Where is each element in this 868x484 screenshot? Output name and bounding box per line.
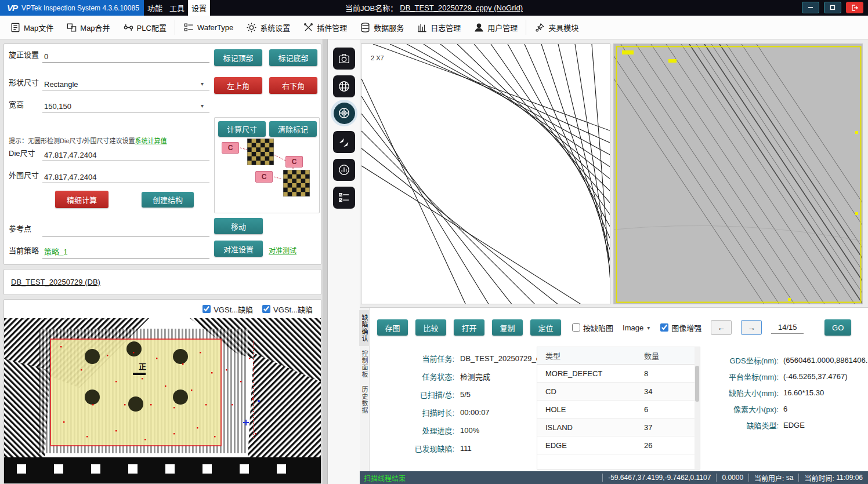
defect-confirm-panel: 缺陷确认 控制面板 历史数据 存图 比较 打开 复制 定位 按缺陷图 Image… — [360, 307, 868, 471]
user-value: sa — [786, 474, 794, 482]
panel-splitter[interactable] — [323, 39, 328, 484]
menu-settings[interactable]: 设置 — [188, 0, 210, 16]
wafer-map-image[interactable]: 正 — [4, 318, 321, 483]
ref-point-input[interactable] — [42, 225, 209, 236]
enhance-checkbox[interactable] — [660, 323, 668, 332]
mark-c-3[interactable]: C — [255, 171, 273, 183]
task-row: 扫描时长:00:00:07 — [393, 403, 552, 421]
job-label: 当前JOB名称： — [345, 2, 397, 13]
calc-size-button[interactable]: 计算尺寸 — [218, 121, 266, 137]
system-calc-link[interactable]: 系统计算值 — [135, 137, 167, 144]
die-layout-viewer[interactable]: 2 X7 — [361, 43, 610, 304]
toolbar-label: Map合并 — [80, 22, 110, 33]
die-size-row: Die尺寸 — [9, 147, 209, 161]
outer-size-input[interactable] — [42, 172, 209, 183]
table-row[interactable]: ISLAND37 — [537, 419, 700, 436]
cell-count: 6 — [644, 405, 692, 414]
chart-view-button[interactable] — [333, 159, 355, 181]
toolbar-separator — [175, 20, 175, 35]
save-image-button[interactable]: 存图 — [377, 319, 408, 336]
toolbar-log-manage[interactable]: 日志管理 — [410, 16, 467, 39]
menu-tools[interactable]: 工具 — [166, 0, 188, 16]
create-struct-button[interactable]: 创建结构 — [142, 192, 194, 208]
scrollbar-thumb[interactable] — [695, 366, 699, 402]
wrench-icon — [303, 22, 314, 33]
toolbar-plugin-manage[interactable]: 插件管理 — [296, 16, 353, 39]
view-mode-strip — [328, 39, 360, 484]
by-defect-toggle[interactable]: 按缺陷图 — [572, 322, 613, 333]
cell-count: 34 — [644, 387, 692, 396]
minimize-button[interactable] — [802, 2, 819, 13]
defect-layer-1-label: VGSt...缺陷 — [214, 304, 253, 315]
mark-top-button[interactable]: 标记顶部 — [214, 49, 262, 66]
next-image-button[interactable]: → — [741, 320, 762, 335]
align-settings-button[interactable]: 对准设置 — [214, 241, 263, 257]
checklist-view-button[interactable] — [333, 187, 355, 209]
alignment-view-button[interactable] — [333, 131, 355, 153]
shape-select[interactable] — [42, 79, 209, 90]
exit-button[interactable] — [846, 2, 863, 13]
table-row[interactable]: CD34 — [537, 383, 700, 401]
table-row[interactable]: HOLE6 — [537, 401, 700, 419]
defect-image-viewer[interactable] — [613, 43, 863, 304]
rotation-input[interactable] — [42, 51, 209, 63]
copy-button[interactable]: 复制 — [492, 319, 523, 336]
mark-c-1[interactable]: C — [222, 142, 239, 154]
maximize-button[interactable] — [824, 2, 841, 13]
mark-bottom-button[interactable]: 标记底部 — [269, 49, 317, 66]
defect-layer-1-toggle[interactable]: VGSt...缺陷 — [202, 304, 253, 315]
clear-mark-button[interactable]: 清除标记 — [269, 121, 317, 137]
task-label: 当前任务: — [393, 353, 454, 364]
locate-button[interactable]: 定位 — [530, 319, 561, 336]
toolbar-plc-config[interactable]: PLC配置 — [117, 16, 173, 39]
menu-function[interactable]: 功能 — [144, 0, 166, 16]
toolbar-user-manage[interactable]: 用户管理 — [467, 16, 524, 39]
title-bar: VP VPTek Inspection System 4.3.6.10085 功… — [0, 0, 868, 16]
tab-control-panel[interactable]: 控制面板 — [359, 346, 370, 382]
wh-select[interactable] — [42, 101, 209, 112]
table-row[interactable]: MORE_DEFECT8 — [537, 365, 700, 383]
wafer-view-button-selected[interactable] — [331, 100, 357, 126]
cell-count: 26 — [644, 441, 692, 450]
open-button[interactable]: 打开 — [454, 319, 484, 336]
fine-calc-button[interactable]: 精细计算 — [55, 191, 108, 208]
corner-bottomright-button[interactable]: 右下角 — [269, 77, 317, 94]
align-test-link[interactable]: 对准测试 — [269, 245, 296, 255]
tab-defect-confirm[interactable]: 缺陷确认 — [359, 310, 370, 346]
db-job-link[interactable]: DB_TEST_20250729 (DB) — [11, 278, 100, 286]
minimize-icon — [807, 4, 814, 11]
wafer-map-view-button[interactable] — [333, 75, 355, 97]
mark-c-2[interactable]: C — [285, 156, 303, 168]
by-defect-checkbox[interactable] — [572, 323, 580, 332]
detail-label: 缺陷大小(mm): — [704, 387, 779, 398]
detail-row: 缺陷大小(mm):16.60*15.30 — [704, 384, 867, 401]
toolbar-fixture-module[interactable]: 夹具模块 — [528, 16, 585, 39]
toolbar-system-settings[interactable]: 系统设置 — [240, 16, 296, 39]
strategy-value[interactable]: 策略_1 — [42, 245, 209, 259]
go-button[interactable]: GO — [824, 319, 851, 336]
camera-view-button[interactable] — [333, 48, 355, 70]
defect-layer-2-toggle[interactable]: VGSt...缺陷 — [262, 304, 313, 315]
image-mode-select[interactable]: Image ▾ — [620, 322, 652, 334]
app-logo: VP — [7, 3, 17, 13]
die-size-input[interactable] — [42, 150, 209, 161]
toolbar-data-service[interactable]: 数据服务 — [353, 16, 410, 39]
enhance-toggle[interactable]: 图像增强 — [660, 322, 701, 333]
outer-size-label: 外围尺寸 — [9, 169, 42, 183]
table-row[interactable]: EDGE26 — [537, 436, 700, 454]
defect-layer-1-checkbox[interactable] — [202, 305, 211, 313]
toolbar-map-file[interactable]: Map文件 — [3, 16, 60, 39]
toolbar-map-merge[interactable]: Map合并 — [60, 16, 116, 39]
table-scrollbar[interactable] — [695, 347, 700, 469]
move-button[interactable]: 移动 — [214, 218, 263, 234]
prev-image-button[interactable]: ← — [711, 320, 732, 335]
corner-topleft-button[interactable]: 左上角 — [214, 77, 262, 94]
tab-history-data[interactable]: 历史数据 — [359, 382, 370, 418]
page-indicator[interactable]: 14/15 — [771, 321, 804, 334]
chart-icon — [338, 163, 350, 176]
svg-text:正: 正 — [139, 362, 146, 371]
toolbar-wafertype[interactable]: WaferType — [177, 16, 240, 39]
col-type: 类型 — [545, 350, 644, 361]
compare-button[interactable]: 比较 — [415, 319, 446, 336]
defect-layer-2-checkbox[interactable] — [262, 305, 270, 313]
